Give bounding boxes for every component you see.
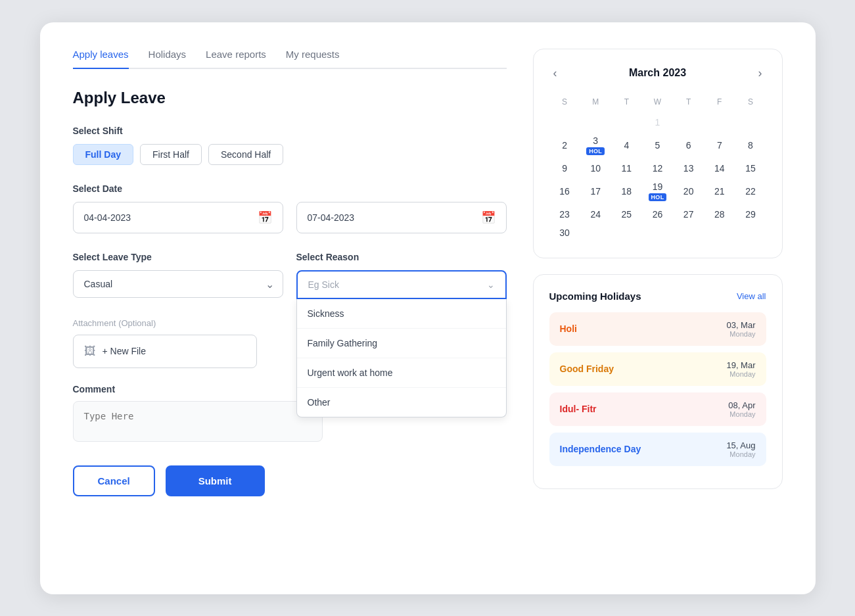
calendar-day-cell[interactable]: 6 bbox=[673, 131, 704, 159]
calendar-day-cell[interactable]: 20 bbox=[673, 178, 704, 205]
calendar-day-cell[interactable]: 28 bbox=[704, 205, 735, 224]
submit-button[interactable]: Submit bbox=[166, 465, 265, 496]
holiday-date-info-good-friday: 19, Mar Monday bbox=[726, 360, 755, 378]
calendar-day-cell[interactable] bbox=[704, 113, 735, 131]
holiday-day-good-friday: Monday bbox=[726, 370, 755, 378]
shift-buttons-group: Full Day First Half Second Half bbox=[73, 144, 507, 165]
calendar-day-cell[interactable]: 8 bbox=[735, 131, 766, 159]
calendar-day-cell[interactable]: 3HOL bbox=[580, 131, 611, 159]
calendar-day-cell[interactable] bbox=[673, 224, 704, 242]
date-label: Select Date bbox=[73, 183, 507, 194]
holiday-day-holi: Monday bbox=[726, 330, 755, 338]
shift-label: Select Shift bbox=[73, 126, 507, 136]
reason-placeholder: Eg Sick bbox=[308, 279, 339, 290]
shift-first-half[interactable]: First Half bbox=[140, 144, 202, 165]
leave-type-field: Select Leave Type Casual Sick Annual Unp… bbox=[73, 252, 283, 298]
calendar-day-cell[interactable]: 25 bbox=[611, 205, 642, 224]
calendar-day-cell[interactable]: 4 bbox=[611, 131, 642, 159]
calendar-day-cell[interactable] bbox=[704, 224, 735, 242]
calendar-day-cell[interactable]: 21 bbox=[704, 178, 735, 205]
calendar-section: ‹ March 2023 › S M T W T F S bbox=[533, 49, 783, 258]
reason-container: Eg Sick ⌄ Sickness Family Gathering Urge… bbox=[296, 270, 507, 299]
calendar-day-cell[interactable]: 27 bbox=[673, 205, 704, 224]
holiday-item-independence-day: Independence Day 15, Aug Monday bbox=[549, 433, 766, 466]
calendar-day-cell[interactable]: 1 bbox=[642, 113, 673, 131]
holiday-name-good-friday: Good Friday bbox=[560, 364, 614, 374]
cancel-button[interactable]: Cancel bbox=[73, 465, 155, 496]
reason-label: Select Reason bbox=[296, 252, 507, 262]
calendar-day-cell[interactable]: 16 bbox=[549, 178, 580, 205]
calendar-day-cell[interactable] bbox=[735, 224, 766, 242]
calendar-day-cell[interactable]: 23 bbox=[549, 205, 580, 224]
calendar-day-cell[interactable] bbox=[580, 113, 611, 131]
calendar-day-cell[interactable]: 19HOL bbox=[642, 178, 673, 205]
reason-other[interactable]: Other bbox=[297, 388, 506, 417]
calendar-day-cell[interactable]: 26 bbox=[642, 205, 673, 224]
attachment-box[interactable]: 🖼 + New File bbox=[73, 335, 257, 368]
calendar-day-cell[interactable]: 2 bbox=[549, 131, 580, 159]
calendar-day-cell[interactable]: 5 bbox=[642, 131, 673, 159]
leave-type-wrapper: Casual Sick Annual Unpaid ⌄ bbox=[73, 270, 283, 298]
reason-chevron-icon: ⌄ bbox=[487, 279, 495, 290]
calendar-day-cell[interactable] bbox=[642, 224, 673, 242]
holiday-item-holi: Holi 03, Mar Monday bbox=[549, 312, 766, 346]
holiday-name-idul-fitr: Idul- Fitr bbox=[560, 404, 597, 414]
calendar-day-cell[interactable] bbox=[673, 113, 704, 131]
calendar-day-cell[interactable]: 7 bbox=[704, 131, 735, 159]
calendar-day-cell[interactable]: 18 bbox=[611, 178, 642, 205]
shift-full-day[interactable]: Full Day bbox=[73, 144, 133, 165]
view-all-link[interactable]: View all bbox=[737, 291, 766, 301]
tab-leave-reports[interactable]: Leave reports bbox=[206, 49, 266, 69]
calendar-day-cell[interactable] bbox=[611, 113, 642, 131]
tab-my-requests[interactable]: My requests bbox=[286, 49, 340, 69]
reason-field: Select Reason Eg Sick ⌄ Sickness Family … bbox=[296, 252, 507, 299]
comment-input[interactable] bbox=[73, 401, 323, 442]
reason-urgent-work[interactable]: Urgent work at home bbox=[297, 358, 506, 388]
reason-sickness[interactable]: Sickness bbox=[297, 299, 506, 329]
calendar-day-cell[interactable]: 10 bbox=[580, 159, 611, 178]
calendar-day-cell[interactable]: 15 bbox=[735, 159, 766, 178]
calendar-next-button[interactable]: › bbox=[754, 65, 766, 82]
action-buttons: Cancel Submit bbox=[73, 465, 507, 496]
date-from-input[interactable]: 04-04-2023 📅 bbox=[73, 202, 283, 233]
calendar-day-cell[interactable] bbox=[580, 224, 611, 242]
holiday-item-good-friday: Good Friday 19, Mar Monday bbox=[549, 352, 766, 386]
cal-header-fri: F bbox=[704, 95, 735, 113]
calendar-day-cell[interactable]: 22 bbox=[735, 178, 766, 205]
date-to-input[interactable]: 07-04-2023 📅 bbox=[296, 202, 507, 233]
main-container: Apply leaves Holidays Leave reports My r… bbox=[40, 22, 816, 594]
calendar-day-cell[interactable]: 14 bbox=[704, 159, 735, 178]
calendar-day-cell[interactable]: 13 bbox=[673, 159, 704, 178]
calendar-day-cell[interactable]: 12 bbox=[642, 159, 673, 178]
calendar-day-cell[interactable]: 17 bbox=[580, 178, 611, 205]
tab-holidays[interactable]: Holidays bbox=[149, 49, 187, 69]
calendar-prev-button[interactable]: ‹ bbox=[549, 65, 561, 82]
calendar-day-cell[interactable] bbox=[549, 113, 580, 131]
calendar-day-cell[interactable]: 11 bbox=[611, 159, 642, 178]
tab-apply-leaves[interactable]: Apply leaves bbox=[73, 49, 129, 69]
shift-second-half[interactable]: Second Half bbox=[208, 144, 283, 165]
leave-reason-row: Select Leave Type Casual Sick Annual Unp… bbox=[73, 252, 507, 299]
calendar-day-cell[interactable]: 24 bbox=[580, 205, 611, 224]
attachment-optional: (Optional) bbox=[118, 318, 156, 328]
reason-family-gathering[interactable]: Family Gathering bbox=[297, 329, 506, 358]
calendar-day-cell[interactable]: 29 bbox=[735, 205, 766, 224]
holiday-date-good-friday: 19, Mar bbox=[726, 360, 755, 370]
reason-trigger[interactable]: Eg Sick ⌄ bbox=[296, 270, 507, 299]
calendar-day-cell[interactable]: 30 bbox=[549, 224, 580, 242]
calendar-day-cell[interactable] bbox=[735, 113, 766, 131]
holidays-header: Upcoming Holidays View all bbox=[549, 291, 766, 302]
date-to-value: 07-04-2023 bbox=[308, 212, 355, 223]
calendar-month-title: March 2023 bbox=[629, 67, 686, 79]
calendar-day-cell[interactable]: 9 bbox=[549, 159, 580, 178]
cal-header-sun: S bbox=[549, 95, 580, 113]
date-from-field: 04-04-2023 📅 bbox=[73, 202, 283, 233]
leave-type-select[interactable]: Casual Sick Annual Unpaid bbox=[73, 270, 283, 298]
calendar-to-icon: 📅 bbox=[481, 210, 496, 225]
new-file-label: + New File bbox=[103, 346, 147, 356]
cal-header-sat: S bbox=[735, 95, 766, 113]
cal-header-tue: T bbox=[611, 95, 642, 113]
holiday-date-info-holi: 03, Mar Monday bbox=[726, 320, 755, 338]
calendar-day-cell[interactable] bbox=[611, 224, 642, 242]
reason-dropdown: Sickness Family Gathering Urgent work at… bbox=[296, 299, 507, 417]
